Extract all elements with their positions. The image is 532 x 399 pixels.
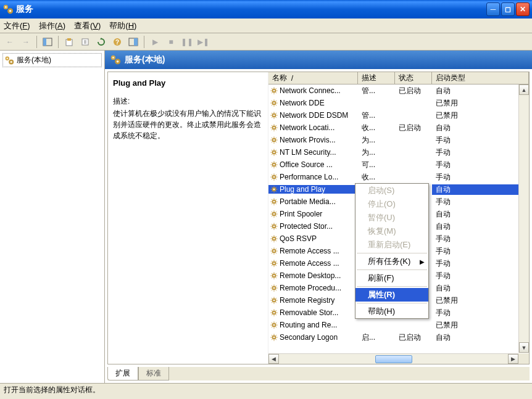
cell-start: 手动 <box>432 172 529 183</box>
cell-name: Remote Access ... <box>280 259 339 268</box>
svg-rect-9 <box>67 38 71 41</box>
menubar: 文件(F) 操作(A) 查看(V) 帮助(H) <box>0 19 532 33</box>
ctx-stop[interactable]: 停止(O) <box>355 197 428 211</box>
submenu-arrow-icon: ▶ <box>420 258 425 265</box>
ctx-alltasks[interactable]: 所有任务(K)▶ <box>355 255 428 268</box>
table-row[interactable]: Network Locati...收...已启动自动 <box>268 121 529 134</box>
toolbar-showpane-button[interactable] <box>40 35 55 49</box>
status-text: 打开当前选择的属性对话框。 <box>4 385 100 395</box>
ctx-start[interactable]: 启动(S) <box>355 184 428 197</box>
col-desc[interactable]: 描述 <box>358 72 395 84</box>
cell-desc: 可... <box>358 160 395 170</box>
ctx-resume[interactable]: 恢复(M) <box>355 224 428 238</box>
cell-name: Remote Registry <box>280 296 335 305</box>
cell-start: 自动 <box>432 209 529 220</box>
tab-standard[interactable]: 标准 <box>138 367 169 380</box>
cell-name: Network Connec... <box>280 86 341 95</box>
table-row[interactable]: Network DDE DSDM管...已禁用 <box>268 109 529 121</box>
gear-icon <box>270 136 278 144</box>
horizontal-scrollbar[interactable]: ◀ ▶ <box>268 353 518 364</box>
detail-panel: Plug and Play 描述: 使计算机在极少或没有用户输入的情况下能识别并… <box>108 72 268 364</box>
cell-name: Network Provis... <box>280 136 336 144</box>
scroll-up-button[interactable]: ▲ <box>519 84 529 95</box>
restart-button[interactable]: ▶❚ <box>196 35 210 49</box>
cell-start: 手动 <box>432 258 529 269</box>
maximize-button[interactable]: ◻ <box>501 2 515 16</box>
titlebar: 服务 ─ ◻ ✕ <box>0 0 532 19</box>
forward-button[interactable]: → <box>19 35 33 49</box>
gear-icon <box>270 160 278 169</box>
toolbar-refresh-button[interactable] <box>94 35 109 49</box>
vertical-scrollbar[interactable]: ▲ ▼ <box>518 84 529 353</box>
cell-name: Office Source ... <box>280 160 333 169</box>
toolbar-export-button[interactable] <box>78 35 93 49</box>
gear-icon <box>270 222 278 231</box>
svg-text:?: ? <box>115 39 119 46</box>
svg-rect-7 <box>43 38 46 46</box>
cell-start: 已禁用 <box>432 110 529 121</box>
ctx-help[interactable]: 帮助(H) <box>355 305 428 318</box>
svg-rect-14 <box>134 38 138 46</box>
scroll-right-button[interactable]: ▶ <box>508 354 518 364</box>
cell-desc: 收... <box>358 172 395 183</box>
table-row[interactable]: Network DDE已禁用 <box>268 97 529 109</box>
table-row[interactable]: Routing and Re...已禁用 <box>268 319 529 331</box>
close-button[interactable]: ✕ <box>516 2 530 16</box>
cell-start: 已禁用 <box>432 98 529 109</box>
cell-desc: 为... <box>358 135 395 146</box>
cell-start: 手动 <box>432 160 529 170</box>
tree-root-item[interactable]: 服务(本地) <box>2 53 102 67</box>
back-button[interactable]: ← <box>2 35 17 49</box>
table-row[interactable]: Secondary Logon启...已启动自动 <box>268 331 529 343</box>
toolbar-help-button[interactable]: ? <box>110 35 125 49</box>
minimize-button[interactable]: ─ <box>486 2 500 16</box>
cell-desc: 管... <box>358 110 395 121</box>
pause-button[interactable]: ❚❚ <box>180 35 194 49</box>
menu-action[interactable]: 操作(A) <box>39 20 65 31</box>
view-tabs: 扩展 标准 <box>107 367 530 380</box>
gear-icon <box>270 99 278 107</box>
gear-icon <box>270 86 278 95</box>
scroll-down-button[interactable]: ▼ <box>519 342 529 353</box>
context-menu: 启动(S) 停止(O) 暂停(U) 恢复(M) 重新启动(E) 所有任务(K)▶… <box>355 183 429 319</box>
table-row[interactable]: Network Connec...管...已启动自动 <box>268 84 529 97</box>
cell-start: 手动 <box>432 234 529 244</box>
cell-name: Protected Stor... <box>280 222 333 231</box>
table-row[interactable]: Performance Lo...收...手动 <box>268 171 529 183</box>
col-name[interactable]: 名称 / <box>268 72 358 84</box>
cell-start: 已禁用 <box>432 320 529 331</box>
ctx-properties[interactable]: 属性(R) <box>355 288 428 302</box>
service-description: 使计算机在极少或没有用户输入的情况下能识别并适应硬件的更改。终止或禁用此服务会造… <box>113 108 263 141</box>
tab-extended[interactable]: 扩展 <box>107 367 138 380</box>
service-name: Plug and Play <box>113 78 263 88</box>
ctx-restart[interactable]: 重新启动(E) <box>355 238 428 252</box>
gears-icon <box>110 54 121 65</box>
cell-desc: 收... <box>358 123 395 133</box>
stop-button[interactable]: ■ <box>164 35 178 49</box>
menu-help[interactable]: 帮助(H) <box>109 20 136 31</box>
toolbar-list-button[interactable] <box>126 35 141 49</box>
gear-icon <box>270 234 278 243</box>
table-row[interactable]: Office Source ...可...手动 <box>268 158 529 171</box>
scroll-left-button[interactable]: ◀ <box>268 354 279 364</box>
gear-icon <box>270 333 278 342</box>
cell-name: NT LM Security... <box>280 148 336 157</box>
table-row[interactable]: Network Provis...为...手动 <box>268 134 529 146</box>
col-start[interactable]: 启动类型 <box>432 72 529 84</box>
menu-view[interactable]: 查看(V) <box>74 20 101 31</box>
scroll-thumb[interactable] <box>375 355 412 363</box>
ctx-pause[interactable]: 暂停(U) <box>355 211 428 224</box>
cell-status: 已启动 <box>395 123 432 133</box>
cell-desc: 启... <box>358 332 395 343</box>
gear-icon <box>270 308 278 317</box>
gear-icon <box>270 247 278 255</box>
play-button[interactable]: ▶ <box>148 35 162 49</box>
cell-name: Network DDE <box>280 99 325 107</box>
cell-start: 手动 <box>432 271 529 281</box>
toolbar-properties-button[interactable] <box>62 35 77 49</box>
ctx-refresh[interactable]: 刷新(F) <box>355 271 428 285</box>
col-status[interactable]: 状态 <box>395 72 432 84</box>
table-row[interactable]: NT LM Security...为...手动 <box>268 146 529 158</box>
cell-desc: 为... <box>358 147 395 158</box>
menu-file[interactable]: 文件(F) <box>4 20 30 31</box>
